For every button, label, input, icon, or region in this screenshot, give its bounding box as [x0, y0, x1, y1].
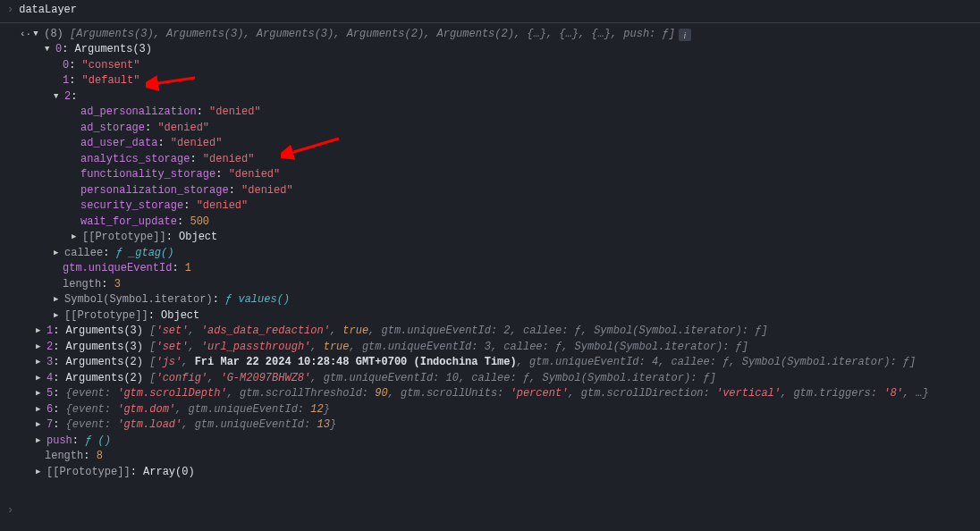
expand-toggle[interactable]: [36, 386, 45, 402]
prop-value: "default": [82, 73, 140, 89]
consent-field-row[interactable]: ad_user_data: "denied": [7, 136, 973, 152]
prop-value: 3: [114, 277, 121, 293]
prop-key: ad_personalization: [80, 105, 197, 121]
prop-key: 5: [46, 386, 53, 402]
prop-value: 8: [97, 449, 103, 465]
prop-key: gtm.uniqueEventId: [63, 261, 172, 277]
prop-key: 0: [63, 58, 69, 74]
expand-toggle[interactable]: [72, 230, 80, 246]
prop-type: Arguments(2): [66, 355, 143, 371]
expand-toggle[interactable]: [36, 417, 45, 434]
prop-type: Arguments(3): [66, 324, 143, 340]
console-input-text[interactable]: dataLayer: [19, 3, 77, 19]
consent-field-row[interactable]: security_storage: "denied": [7, 198, 973, 215]
prop-key: functionality_storage: [80, 167, 215, 183]
prop-key: ad_user_data: [80, 136, 157, 152]
prop-value: "denied": [203, 152, 255, 168]
preview: {event: 'gtm.load', gtm.uniqueEventId: 1…: [66, 417, 336, 434]
entry-5[interactable]: 5: {event: 'gtm.scrollDepth', gtm.scroll…: [7, 386, 973, 402]
prop-value: "consent": [82, 58, 140, 74]
prop-value: ƒ _gtag(): [116, 246, 174, 262]
prop-key: length: [63, 277, 101, 293]
push-row[interactable]: push: ƒ (): [7, 434, 973, 450]
array-length: (8): [44, 27, 63, 43]
consent-field-row[interactable]: ad_personalization: "denied": [7, 105, 973, 121]
preview: ['set', 'ads_data_redaction', true, gtm.…: [149, 324, 767, 340]
consent-field-row[interactable]: functionality_storage: "denied": [7, 167, 973, 183]
prop-key: Symbol(Symbol.iterator): [64, 292, 213, 308]
prop-key: push: [46, 434, 72, 450]
expand-toggle[interactable]: [36, 402, 45, 418]
entry-0-2[interactable]: 2:: [7, 89, 973, 105]
unique-event-id-row[interactable]: gtm.uniqueEventId: 1: [7, 261, 973, 277]
entry-3[interactable]: 3: Arguments(2) ['js', Fri Mar 22 2024 1…: [7, 355, 973, 371]
prop-value: Object: [179, 230, 217, 246]
length-row[interactable]: length: 3: [7, 277, 973, 293]
prop-key: 1: [46, 324, 53, 340]
consent-field-row[interactable]: personalization_storage: "denied": [7, 183, 973, 199]
preview: {event: 'gtm.scrollDepth', gtm.scrollThr…: [66, 386, 929, 402]
prop-key: [[Prototype]]: [82, 230, 166, 246]
entry-0-0[interactable]: 0: "consent": [7, 58, 973, 74]
entry-2[interactable]: 2: Arguments(3) ['set', 'url_passthrough…: [7, 340, 973, 356]
prop-key: analytics_storage: [80, 152, 190, 168]
entry-6[interactable]: 6: {event: 'gtm.dom', gtm.uniqueEventId:…: [7, 402, 973, 418]
prop-value: Array(0): [143, 465, 195, 481]
preview: ['js', Fri Mar 22 2024 10:28:48 GMT+0700…: [149, 355, 916, 371]
prop-key: 6: [46, 402, 53, 418]
prop-key: security_storage: [80, 198, 183, 215]
prop-value: 1: [185, 261, 191, 277]
length-row[interactable]: length: 8: [7, 449, 973, 465]
prop-key: 4: [46, 371, 53, 387]
result-summary[interactable]: ‹· (8) [Arguments(3), Arguments(3), Argu…: [7, 27, 973, 43]
consent-field-row[interactable]: wait_for_update: 500: [7, 215, 973, 231]
expand-toggle[interactable]: [54, 246, 63, 262]
symbol-iterator-row[interactable]: Symbol(Symbol.iterator): ƒ values(): [7, 292, 973, 308]
prop-key: 1: [63, 73, 69, 89]
consent-field-row[interactable]: ad_storage: "denied": [7, 121, 973, 137]
entry-1[interactable]: 1: Arguments(3) ['set', 'ads_data_redact…: [7, 324, 973, 340]
prop-key: [[Prototype]]: [64, 308, 148, 324]
expand-toggle[interactable]: [54, 89, 63, 105]
prop-value: "denied": [229, 167, 281, 183]
entry-0[interactable]: 0: Arguments(3): [7, 42, 973, 58]
prop-key: personalization_storage: [80, 183, 229, 199]
prototype-row[interactable]: [[Prototype]]: Object: [7, 308, 973, 324]
callee-row[interactable]: callee: ƒ _gtag(): [7, 246, 973, 262]
entry-4[interactable]: 4: Arguments(2) ['config', 'G-M2097BHWZ8…: [7, 371, 973, 387]
array-preview: [Arguments(3), Arguments(3), Arguments(3…: [70, 27, 675, 43]
prop-key: wait_for_update: [80, 215, 177, 231]
expand-toggle[interactable]: [36, 371, 45, 387]
prop-key: 2: [64, 89, 71, 105]
prop-value: 500: [190, 215, 209, 231]
prop-value: Object: [161, 308, 199, 324]
prototype-row[interactable]: [[Prototype]]: Array(0): [7, 465, 973, 481]
prop-key: length: [45, 449, 83, 465]
result-caret-icon: ‹·: [20, 27, 31, 43]
info-icon[interactable]: i: [679, 29, 691, 41]
expand-toggle[interactable]: [45, 42, 54, 58]
expand-toggle[interactable]: [36, 434, 45, 450]
expand-toggle[interactable]: [36, 355, 45, 371]
expand-toggle[interactable]: [36, 324, 45, 340]
expand-toggle[interactable]: [54, 292, 63, 308]
preview: ['set', 'url_passthrough', true, gtm.uni…: [149, 340, 748, 356]
prop-value: "denied": [209, 105, 261, 121]
prop-key: 3: [46, 355, 53, 371]
console-result: ‹· (8) [Arguments(3), Arguments(3), Argu…: [0, 23, 980, 485]
expand-toggle[interactable]: [33, 27, 42, 43]
entry-7[interactable]: 7: {event: 'gtm.load', gtm.uniqueEventId…: [7, 417, 973, 434]
prop-value: ƒ (): [85, 434, 111, 450]
prop-type: Arguments(2): [66, 371, 143, 387]
prop-type: Arguments(3): [66, 340, 143, 356]
consent-field-row[interactable]: analytics_storage: "denied": [7, 152, 973, 168]
prompt-caret-icon: ›: [7, 3, 13, 19]
expand-toggle[interactable]: [36, 340, 45, 356]
prototype-row[interactable]: [[Prototype]]: Object: [7, 230, 973, 246]
expand-toggle[interactable]: [54, 308, 63, 324]
preview: {event: 'gtm.dom', gtm.uniqueEventId: 12…: [66, 402, 330, 418]
prop-key: 0: [55, 42, 62, 58]
prompt-caret-icon[interactable]: ›: [7, 503, 13, 519]
expand-toggle[interactable]: [36, 465, 45, 481]
entry-0-1[interactable]: 1: "default": [7, 73, 973, 89]
